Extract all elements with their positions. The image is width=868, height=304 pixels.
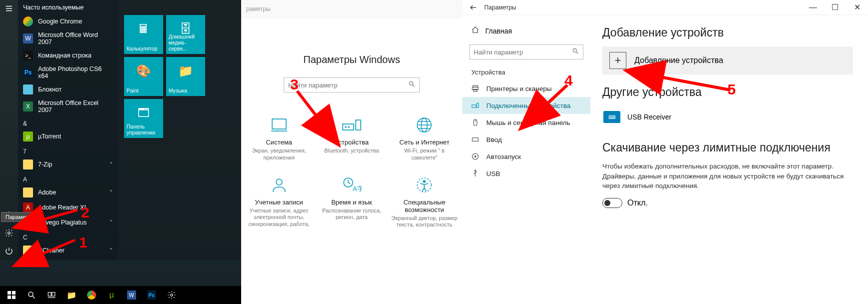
sidebar-item-mouse[interactable]: Мышь и сенсорная панель [462,114,590,131]
connected-devices-icon [471,102,479,110]
tile-control-panel[interactable]: 🗔Панель управления [124,99,163,138]
settings-search[interactable] [284,78,420,92]
category-desc: Bluetooth, устройства [318,148,385,154]
app-label: Adobe Photoshop CS6 x64 [38,66,113,80]
sidebar-search[interactable] [469,44,583,60]
category-time-language[interactable]: A字 Время и язык Распознавание голоса, ре… [317,172,386,232]
sidebar-search-input[interactable] [474,48,572,56]
power-icon[interactable] [0,242,18,260]
metered-description: Чтобы избежать дополнительных расходов, … [602,162,853,191]
app-notepad[interactable]: Блокнот [18,82,118,97]
tile-music[interactable]: 📁Музыка [166,57,205,96]
category-system[interactable]: Система Экран, уведомления, приложения [244,112,314,164]
add-device-label: Добавление устройства [634,56,723,65]
app-label: 7-Zip [38,161,52,168]
svg-rect-39 [472,87,478,90]
category-desc: Экран, уведомления, приложения [245,148,313,162]
chevron-down-icon: ˅ [110,189,113,196]
app-ccleaner[interactable]: CCleaner˅ [18,243,118,258]
svg-rect-45 [472,138,478,142]
sidebar-item-label: Мышь и сенсорная панель [486,119,570,126]
search-icon [408,80,415,90]
sidebar-item-printers[interactable]: Принтеры и сканеры [462,80,590,97]
svg-line-37 [576,52,578,54]
chevron-down-icon: ˅ [110,247,113,254]
folder-icon: 📁 [178,64,193,78]
letter-c[interactable]: C [18,230,118,243]
task-view-icon[interactable] [42,286,61,304]
app-adobe-folder[interactable]: Adobe˅ [18,185,118,200]
letter-7[interactable]: 7 [18,144,118,157]
sidebar-item-usb[interactable]: USB [462,165,590,182]
sidebar-item-label: USB [486,170,500,178]
sidebar-item-connected-devices[interactable]: Подключенные устройства [462,97,590,114]
app-7zip[interactable]: 7-Zip˅ [18,157,118,172]
category-accounts[interactable]: Учетные записи Учетные записи, адрес эле… [244,172,314,232]
svg-line-31 [348,182,350,184]
app-label: Adobe [38,189,56,196]
accessibility-icon [391,174,458,196]
taskbar-explorer[interactable]: 📁 [62,286,81,304]
sidebar-item-autoplay[interactable]: Автозапуск [462,148,590,165]
taskbar-search-icon[interactable] [22,286,41,304]
svg-point-14 [171,294,173,296]
settings-sidebar: Главная Устройства Принтеры и сканеры По… [462,15,590,304]
app-chrome[interactable]: Google Chrome [18,14,118,29]
toggle-label: Откл. [627,198,648,208]
app-utorrent[interactable]: µµTorrent [18,129,118,144]
taskbar-photoshop[interactable]: Ps [142,286,161,304]
sidebar-item-typing[interactable]: Ввод [462,131,590,148]
time-language-icon: A字 [318,174,385,196]
start-button[interactable] [2,286,21,304]
settings-gear-icon[interactable] [0,224,18,242]
devices-icon [318,114,385,136]
svg-line-10 [33,296,35,298]
tile-label: Paint [127,88,161,94]
settings-titlebar-partial: раметры [241,0,462,18]
device-row[interactable]: ⌨ USB Receiver [602,106,853,128]
start-tiles: 🖩Калькулятор 🗄Домашний медиа-серве... 🎨P… [118,0,241,260]
app-excel[interactable]: XMicrosoft Office Excel 2007 [18,97,118,116]
window-title: Параметры [484,4,516,11]
metered-toggle[interactable] [602,198,622,208]
app-word[interactable]: WMicrosoft Office Word 2007 [18,29,118,48]
taskbar-settings[interactable] [162,286,181,304]
hamburger-icon[interactable] [0,0,18,17]
category-name: Специальные возможности [391,198,458,214]
device-name: USB Receiver [627,113,671,121]
app-photoshop[interactable]: PsAdobe Photoshop CS6 x64 [18,63,118,82]
maximize-button[interactable]: ☐ [824,0,846,15]
tile-paint[interactable]: 🎨Paint [124,57,163,96]
category-name: Сеть и Интернет [391,138,458,146]
sidebar-home[interactable]: Главная [462,22,590,40]
svg-point-21 [345,126,346,128]
settings-search-input[interactable] [288,82,408,89]
tile-label: Музыка [169,88,203,94]
tile-calculator[interactable]: 🖩Калькулятор [124,15,163,54]
sidebar-item-label: Подключенные устройства [486,102,571,110]
add-device-button[interactable]: + Добавление устройства [602,46,853,74]
taskbar-utorrent[interactable]: µ [102,286,121,304]
taskbar-word[interactable]: W [122,286,141,304]
category-name: Система [245,138,313,146]
back-button[interactable] [462,0,484,15]
tile-media-server[interactable]: 🗄Домашний медиа-серве... [166,15,205,54]
category-accessibility[interactable]: Специальные возможности Экранный диктор,… [390,172,459,232]
svg-text:A字: A字 [353,185,362,192]
keyboard-device-icon: ⌨ [603,111,620,123]
letter-a[interactable]: A [18,172,118,185]
app-cmd[interactable]: >_Командная строка [18,48,118,63]
taskbar-chrome[interactable] [82,286,101,304]
app-label: CCleaner [38,247,65,254]
app-label: Командная строка [38,52,92,59]
letter-amp[interactable]: & [18,116,118,129]
svg-rect-12 [52,292,55,296]
minimize-button[interactable]: — [802,0,824,15]
category-desc: Распознавание голоса, регион, дата [318,208,385,222]
category-devices[interactable]: Устройства Bluetooth, устройства [317,112,386,164]
settings-categories: Система Экран, уведомления, приложения У… [241,92,462,232]
category-network[interactable]: Сеть и Интернет Wi-Fi, режим " в самолет… [390,112,459,164]
settings-tooltip: Параметры [1,212,40,222]
window-titlebar: Параметры — ☐ ✕ [462,0,868,15]
close-button[interactable]: ✕ [846,0,868,15]
